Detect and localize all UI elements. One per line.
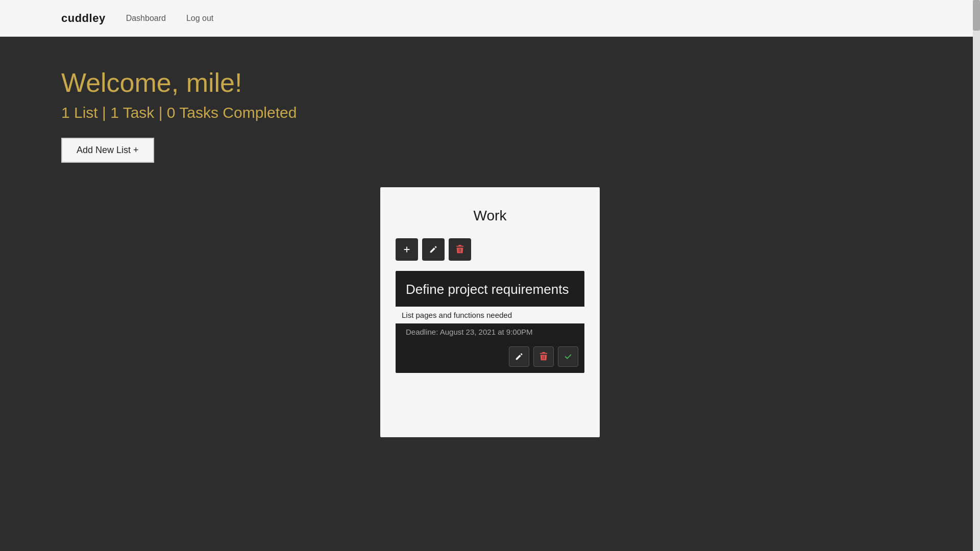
add-task-button[interactable] <box>396 238 418 261</box>
complete-task-button[interactable] <box>558 346 578 367</box>
list-card-work: Work <box>380 187 600 437</box>
cards-area: Work <box>61 187 919 437</box>
list-title: Work <box>396 208 584 224</box>
add-new-list-button[interactable]: Add New List + <box>61 138 154 163</box>
dashboard-link[interactable]: Dashboard <box>126 14 166 23</box>
scrollbar-thumb[interactable] <box>973 0 980 31</box>
navbar: cuddley Dashboard Log out <box>0 0 980 37</box>
list-actions <box>396 238 584 261</box>
task-card: Define project requirements List pages a… <box>396 271 584 373</box>
delete-task-button[interactable] <box>533 346 554 367</box>
welcome-title: Welcome, mile! <box>61 67 919 98</box>
delete-list-button[interactable] <box>449 238 471 261</box>
edit-icon <box>429 245 438 254</box>
delete-task-icon <box>539 352 548 361</box>
main-content: Welcome, mile! 1 List | 1 Task | 0 Tasks… <box>0 37 980 468</box>
stats-line: 1 List | 1 Task | 0 Tasks Completed <box>61 104 919 121</box>
logout-link[interactable]: Log out <box>186 14 213 23</box>
edit-task-button[interactable] <box>509 346 529 367</box>
task-deadline: Deadline: August 23, 2021 at 9:00PM <box>396 323 584 342</box>
edit-list-button[interactable] <box>422 238 445 261</box>
task-description: List pages and functions needed <box>396 307 584 323</box>
trash-icon <box>455 245 464 254</box>
task-title: Define project requirements <box>396 271 584 307</box>
check-icon <box>564 352 573 361</box>
edit-task-icon <box>514 352 524 361</box>
plus-icon <box>402 245 411 254</box>
scrollbar[interactable] <box>973 0 980 551</box>
task-item-actions <box>396 342 584 373</box>
brand-logo: cuddley <box>61 12 106 25</box>
